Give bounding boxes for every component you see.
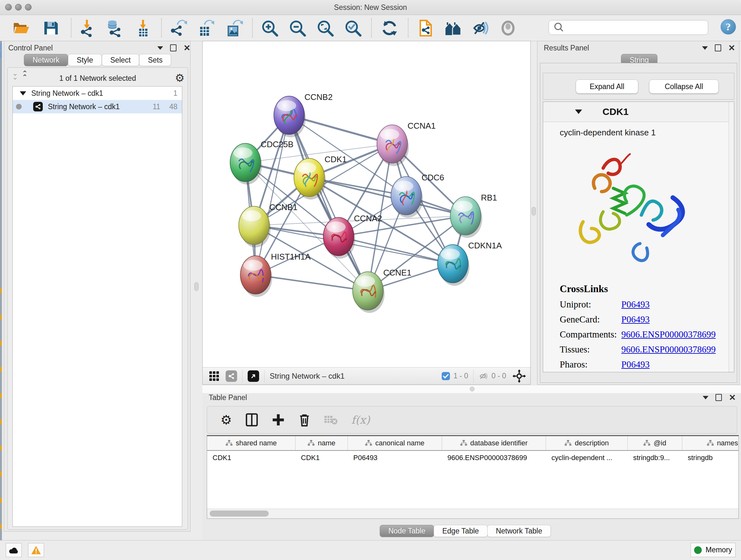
string-view-icon[interactable] — [226, 370, 237, 382]
network-canvas[interactable]: CCNB2CCNA1CDC25BCDK1CDC6RB1CCNB1CCNA2CDK… — [203, 41, 530, 367]
column-header-name[interactable]: name — [295, 436, 348, 450]
network-node-CDC25B[interactable] — [230, 143, 261, 182]
panel-menu-icon[interactable] — [157, 46, 163, 50]
network-collection-row[interactable]: String Network – cdk1 1 — [13, 86, 182, 100]
panel-float-icon[interactable] — [715, 44, 721, 51]
table-hscrollbar-thumb[interactable] — [210, 510, 269, 516]
search-field[interactable] — [549, 20, 708, 35]
refresh-button[interactable] — [379, 17, 400, 39]
network-node-CDK1[interactable] — [294, 159, 325, 197]
function-builder-button[interactable]: f(x) — [351, 414, 370, 426]
warnings-button[interactable] — [28, 543, 44, 557]
column-header-database-identifier[interactable]: database identifier — [442, 436, 546, 450]
network-node-CCNA1[interactable] — [377, 125, 408, 163]
crosslink-link[interactable]: P06493 — [621, 299, 650, 310]
network-edge[interactable] — [339, 237, 453, 264]
table-options-gear-icon[interactable]: ⚙ — [220, 413, 232, 427]
zoom-fit-button[interactable] — [315, 17, 336, 39]
selected-checkbox-icon[interactable] — [441, 372, 450, 381]
add-column-icon[interactable] — [272, 413, 285, 427]
node-table[interactable]: shared namenamecanonical namedatabase id… — [207, 435, 739, 519]
vertical-splitter-handle[interactable] — [194, 282, 199, 291]
save-session-button[interactable] — [40, 17, 61, 39]
show-columns-icon[interactable] — [246, 413, 258, 427]
tab-network[interactable]: Network — [24, 54, 68, 66]
network-node-RB1[interactable] — [450, 197, 481, 235]
network-node-CCNA2[interactable] — [323, 217, 354, 256]
import-network-from-database-button[interactable] — [104, 17, 125, 39]
panel-float-icon[interactable] — [170, 44, 177, 51]
network-row-selected[interactable]: String Network – cdk1 11 48 — [13, 100, 182, 113]
panel-close-icon[interactable]: ✕ — [728, 45, 735, 51]
zoom-selected-button[interactable] — [342, 17, 363, 39]
help-button[interactable]: ? — [721, 19, 736, 35]
column-header-canonical-name[interactable]: canonical name — [348, 436, 442, 450]
table-cell[interactable]: cyclin-dependent ... — [546, 454, 628, 462]
network-node-CDC6[interactable] — [391, 177, 421, 215]
crosslink-link[interactable]: P06493 — [621, 359, 650, 370]
delete-table-icon[interactable] — [324, 415, 338, 425]
tab-style[interactable]: Style — [68, 54, 102, 66]
open-session-button[interactable] — [10, 17, 31, 39]
expand-all-button[interactable]: Expand All — [576, 79, 638, 94]
hide-selected-button[interactable] — [470, 17, 491, 39]
table-cell[interactable]: 9606.ENSP00000378699 — [442, 454, 546, 462]
collapse-all-button[interactable]: Collapse All — [649, 79, 719, 94]
results-scrollbar-track[interactable] — [729, 102, 734, 372]
zoom-out-button[interactable] — [287, 17, 308, 39]
table-cell[interactable]: stringdb:9... — [628, 454, 682, 462]
network-node-HIST1H1A[interactable] — [240, 256, 271, 294]
network-node-CCNB1[interactable] — [239, 206, 269, 245]
gene-section-header[interactable]: CDK1 — [543, 102, 734, 122]
panel-close-icon[interactable]: ✕ — [184, 45, 191, 51]
panel-menu-icon[interactable] — [703, 396, 709, 399]
tab-select[interactable]: Select — [102, 54, 139, 66]
tab-network-table[interactable]: Network Table — [487, 525, 551, 537]
memory-button[interactable]: Memory — [690, 543, 736, 557]
tab-node-table[interactable]: Node Table — [380, 525, 434, 537]
crosslink-link[interactable]: 9606.ENSP00000378699 — [621, 344, 716, 355]
table-cell[interactable]: CDK1 — [295, 454, 348, 462]
panel-close-icon[interactable]: ✕ — [729, 394, 736, 401]
zoom-in-button[interactable] — [259, 17, 280, 39]
panel-menu-icon[interactable] — [702, 46, 708, 50]
table-cell[interactable]: P06493 — [348, 454, 442, 462]
vertical-splitter-handle[interactable] — [532, 207, 536, 215]
table-cell[interactable]: CDK1 — [207, 454, 295, 462]
horizontal-splitter-handle[interactable] — [470, 387, 475, 391]
grid-view-icon[interactable] — [208, 370, 220, 382]
table-hscrollbar[interactable] — [207, 509, 738, 518]
birdseye-view-icon[interactable] — [248, 370, 259, 382]
crosslink-link[interactable]: 9606.ENSP00000378699 — [621, 329, 716, 340]
network-edge[interactable] — [256, 115, 289, 275]
section-collapse-icon[interactable] — [575, 110, 582, 114]
export-table-button[interactable] — [195, 17, 216, 39]
show-all-button[interactable] — [497, 17, 519, 39]
search-input[interactable] — [565, 23, 708, 32]
network-edge[interactable] — [289, 115, 368, 291]
cloud-button[interactable] — [6, 543, 22, 557]
table-row[interactable]: CDK1CDK1P064939606.ENSP00000378699cyclin… — [207, 451, 738, 465]
network-edge[interactable] — [256, 275, 368, 291]
column-header-description[interactable]: description — [546, 436, 628, 450]
delete-column-icon[interactable] — [298, 413, 311, 427]
panel-float-icon[interactable] — [716, 394, 722, 401]
tab-sets[interactable]: Sets — [139, 54, 171, 66]
hidden-eye-slash-icon[interactable] — [479, 371, 488, 381]
network-node-CCNB2[interactable] — [274, 96, 305, 134]
fit-crosshair-icon[interactable] — [513, 369, 526, 383]
crosslink-link[interactable]: P06493 — [621, 314, 650, 325]
column-header--id[interactable]: @id — [628, 436, 682, 450]
import-table-from-file-button[interactable] — [132, 17, 153, 39]
export-network-button[interactable] — [167, 17, 189, 39]
network-node-CCNE1[interactable] — [353, 272, 383, 310]
export-image-button[interactable] — [223, 17, 245, 39]
network-options-gear-icon[interactable]: ⚙ — [175, 71, 185, 84]
network-node-CDKN1A[interactable] — [437, 245, 468, 283]
column-header-shared-name[interactable]: shared name — [207, 436, 295, 450]
tree-expand-icon[interactable] — [20, 91, 26, 96]
houses-button[interactable] — [443, 17, 464, 39]
table-cell[interactable]: stringdb — [682, 454, 739, 462]
tab-edge-table[interactable]: Edge Table — [434, 525, 488, 537]
new-network-from-selection-button[interactable] — [415, 17, 436, 39]
